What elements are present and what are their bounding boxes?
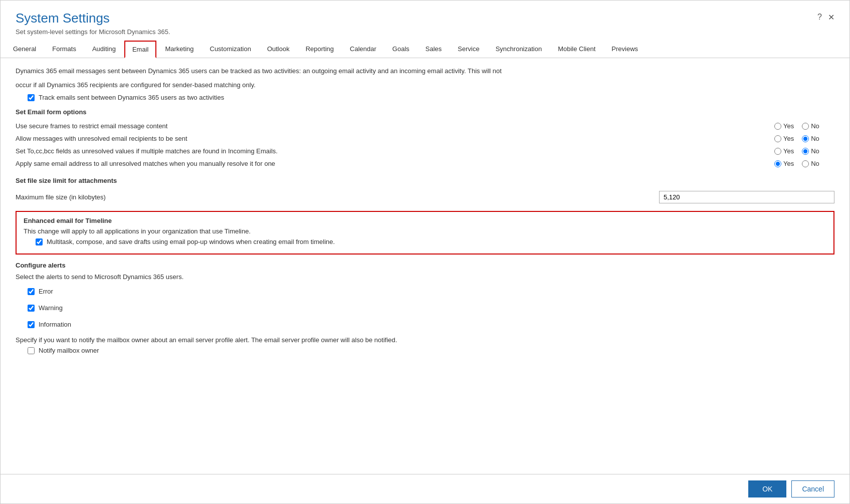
alerts-intro-text: Select the alerts to send to Microsoft D… (16, 273, 834, 281)
tab-reporting[interactable]: Reporting (298, 41, 341, 58)
track-emails-checkbox[interactable] (28, 94, 35, 101)
notify-description-text: Specify if you want to notify the mailbo… (16, 336, 834, 344)
tab-service[interactable]: Service (450, 41, 487, 58)
alert-error-row: Error (28, 288, 834, 295)
tabs-container: General Formats Auditing Email Marketing… (1, 41, 849, 58)
setting-label-unresolved-recipients: Allow messages with unresolved email rec… (16, 135, 774, 142)
radio-group-secure-frames: Yes No (774, 122, 834, 130)
no-label-3: No (811, 147, 819, 155)
radio-group-toccbcc: Yes No (774, 147, 834, 155)
setting-label-same-email: Apply same email address to all unresolv… (16, 160, 774, 167)
notify-mailbox-checkbox[interactable] (28, 347, 35, 354)
track-emails-label: Track emails sent between Dynamics 365 u… (39, 94, 224, 101)
tab-calendar[interactable]: Calendar (342, 41, 384, 58)
setting-row-same-email: Apply same email address to all unresolv… (16, 157, 834, 170)
radio-same-email-yes: Yes (774, 160, 794, 167)
setting-row-unresolved-recipients: Allow messages with unresolved email rec… (16, 132, 834, 145)
radio-toccbcc-yes: Yes (774, 147, 794, 155)
close-icon[interactable]: ✕ (828, 13, 834, 22)
enhanced-email-checkbox[interactable] (36, 238, 43, 245)
alert-information-label: Information (39, 321, 71, 328)
tab-sales[interactable]: Sales (418, 41, 450, 58)
notify-mailbox-label: Notify mailbox owner (39, 347, 99, 354)
intro-text-1: Dynamics 365 email messages sent between… (16, 66, 834, 76)
section-email-form-title: Set Email form options (16, 108, 834, 116)
tab-marketing[interactable]: Marketing (157, 41, 201, 58)
enhanced-email-checkbox-row: Multitask, compose, and save drafts usin… (36, 238, 826, 245)
setting-label-secure-frames: Use secure frames to restrict email mess… (16, 122, 774, 130)
system-settings-dialog: System Settings Set system-level setting… (0, 0, 850, 504)
dialog-title: System Settings (16, 11, 170, 26)
alert-warning-row: Warning (28, 304, 834, 312)
section-file-size-title: Set file size limit for attachments (16, 177, 834, 184)
tab-formats[interactable]: Formats (45, 41, 84, 58)
setting-label-toccbcc: Set To,cc,bcc fields as unresolved value… (16, 147, 774, 155)
radio-group-same-email: Yes No (774, 160, 834, 167)
help-icon[interactable]: ? (817, 13, 822, 22)
alert-information-row: Information (28, 321, 834, 328)
radio-secure-frames-no: No (802, 122, 819, 130)
alert-information-checkbox[interactable] (28, 321, 35, 328)
intro-text-2: occur if all Dynamics 365 recipients are… (16, 80, 834, 90)
max-file-size-input[interactable] (659, 191, 834, 203)
alert-warning-checkbox[interactable] (28, 305, 35, 312)
dialog-subtitle: Set system-level settings for Microsoft … (16, 28, 170, 36)
tab-synchronization[interactable]: Synchronization (488, 41, 550, 58)
tab-goals[interactable]: Goals (385, 41, 417, 58)
radio-secure-frames-yes: Yes (774, 122, 794, 130)
tab-general[interactable]: General (6, 41, 44, 58)
radio-toccbcc-no: No (802, 147, 819, 155)
tab-outlook[interactable]: Outlook (260, 41, 297, 58)
tab-customization[interactable]: Customization (202, 41, 259, 58)
alert-warning-label: Warning (39, 304, 63, 312)
yes-label-4: Yes (783, 160, 794, 167)
dialog-header: System Settings Set system-level setting… (1, 1, 849, 41)
cancel-button[interactable]: Cancel (791, 480, 834, 497)
yes-label-3: Yes (783, 147, 794, 155)
no-label-4: No (811, 160, 819, 167)
yes-label-2: Yes (783, 135, 794, 142)
alert-checkboxes: Error Warning Information (28, 285, 834, 331)
track-emails-row: Track emails sent between Dynamics 365 u… (28, 94, 834, 101)
tab-auditing[interactable]: Auditing (85, 41, 123, 58)
enhanced-email-title: Enhanced email for Timeline (24, 217, 826, 224)
dialog-footer: OK Cancel (1, 474, 849, 503)
setting-row-toccbcc: Set To,cc,bcc fields as unresolved value… (16, 145, 834, 157)
alert-error-checkbox[interactable] (28, 288, 35, 295)
header-text: System Settings Set system-level setting… (16, 11, 170, 36)
enhanced-email-description: This change will apply to all applicatio… (24, 227, 826, 235)
alert-error-label: Error (39, 288, 53, 295)
radio-same-email-no: No (802, 160, 819, 167)
ok-button[interactable]: OK (748, 480, 786, 497)
tab-previews[interactable]: Previews (604, 41, 646, 58)
setting-row-max-file-size: Maximum file size (in kilobytes) (16, 188, 834, 206)
no-label-2: No (811, 135, 819, 142)
section-configure-alerts-title: Configure alerts (16, 262, 834, 269)
tab-email[interactable]: Email (124, 41, 157, 58)
enhanced-email-section: Enhanced email for Timeline This change … (16, 211, 834, 255)
tab-mobile-client[interactable]: Mobile Client (550, 41, 603, 58)
dialog-window-controls: ? ✕ (817, 13, 834, 22)
no-label-1: No (811, 122, 819, 130)
content-area: Dynamics 365 email messages sent between… (1, 58, 849, 474)
max-file-size-label: Maximum file size (in kilobytes) (16, 193, 659, 201)
radio-group-unresolved-recipients: Yes No (774, 135, 834, 142)
notify-mailbox-row: Notify mailbox owner (28, 347, 834, 354)
setting-row-secure-frames: Use secure frames to restrict email mess… (16, 120, 834, 132)
enhanced-email-checkbox-label: Multitask, compose, and save drafts usin… (47, 238, 335, 245)
radio-unresolved-no: No (802, 135, 819, 142)
yes-label-1: Yes (783, 122, 794, 130)
radio-unresolved-yes: Yes (774, 135, 794, 142)
